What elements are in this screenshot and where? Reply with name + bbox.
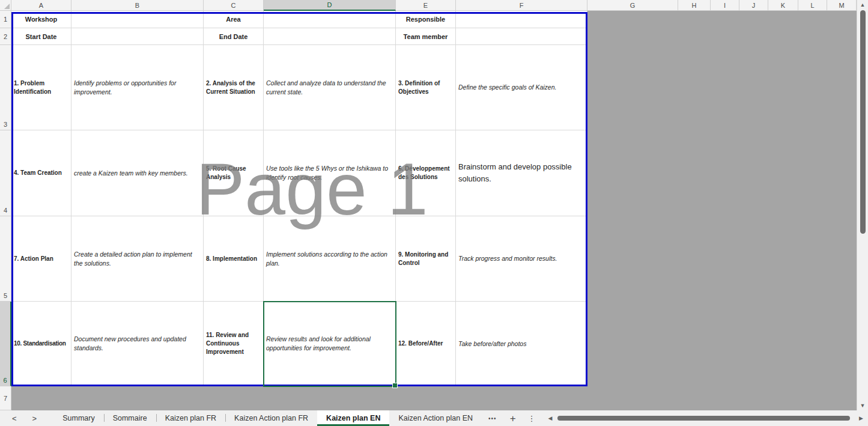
horizontal-scroll-track[interactable] bbox=[556, 415, 855, 421]
cell-D2[interactable] bbox=[264, 28, 396, 45]
column-header-D-selected[interactable]: D bbox=[264, 0, 396, 11]
cell-F5[interactable]: Track progress and monitor results. bbox=[456, 216, 587, 302]
cell-C1[interactable]: Area bbox=[204, 11, 264, 28]
row-header-5[interactable]: 5 bbox=[0, 216, 11, 302]
sheet-tab-summary[interactable]: Summary bbox=[53, 410, 103, 426]
cell-A2[interactable]: Start Date bbox=[11, 28, 71, 45]
row-header-7[interactable]: 7 bbox=[0, 386, 11, 410]
sheet-nav: < > bbox=[12, 410, 37, 426]
cell-E4[interactable]: 6. Développement des Solutions bbox=[396, 130, 456, 216]
more-sheets-icon[interactable]: ••• bbox=[488, 415, 497, 422]
column-header-B[interactable]: B bbox=[71, 0, 204, 11]
horizontal-scroll-thumb[interactable] bbox=[557, 416, 850, 421]
cell-C4[interactable]: 5. Root Cause Analysis bbox=[204, 130, 264, 216]
cell-D1[interactable] bbox=[264, 11, 396, 28]
column-header-L[interactable]: L bbox=[798, 0, 827, 11]
cell-A4[interactable]: 4. Team Creation bbox=[11, 130, 71, 216]
sheet-tab-bar: < > Summary Sommaire Kaizen plan FR Kaiz… bbox=[0, 410, 868, 426]
row-header-1[interactable]: 1 bbox=[0, 11, 11, 28]
column-header-F[interactable]: F bbox=[456, 0, 587, 11]
cell-C6[interactable]: 11. Review and Continuous Improvement bbox=[204, 302, 264, 386]
cell-D4[interactable]: Use tools like the 5 Whys or the Ishikaw… bbox=[264, 130, 396, 216]
vertical-scroll-thumb[interactable] bbox=[860, 10, 866, 234]
row-header-2[interactable]: 2 bbox=[0, 28, 11, 45]
row-header-6-selected[interactable]: 6 bbox=[0, 302, 11, 386]
cell-F6[interactable]: Take before/after photos bbox=[456, 302, 587, 386]
cell-B1[interactable] bbox=[71, 11, 204, 28]
sheet-tab-kaizen-action-plan-fr[interactable]: Kaizen Action plan FR bbox=[225, 410, 317, 426]
column-header-G[interactable]: G bbox=[587, 0, 678, 11]
column-header-E[interactable]: E bbox=[396, 0, 456, 11]
next-sheet-icon[interactable]: > bbox=[32, 414, 37, 423]
cell-D6-selected[interactable]: Review results and look for additional o… bbox=[264, 302, 396, 386]
column-header-J[interactable]: J bbox=[739, 0, 768, 11]
cell-E2[interactable]: Team member bbox=[396, 28, 456, 45]
cell-A3[interactable]: 1. Problem Identification bbox=[11, 45, 71, 130]
horizontal-scrollbar[interactable]: ◀ ▶ bbox=[548, 410, 863, 426]
scroll-left-icon[interactable]: ◀ bbox=[548, 415, 553, 421]
prev-sheet-icon[interactable]: < bbox=[12, 414, 17, 423]
cell-B6[interactable]: Document new procedures and updated stan… bbox=[71, 302, 204, 386]
cell-A6[interactable]: 10. Standardisation bbox=[11, 302, 71, 386]
cell-B5[interactable]: Create a detailed action plan to impleme… bbox=[71, 216, 204, 302]
column-header-H[interactable]: H bbox=[678, 0, 711, 11]
cell-F3[interactable]: Define the specific goals of Kaizen. bbox=[456, 45, 587, 130]
cell-D3[interactable]: Collect and analyze data to understand t… bbox=[264, 45, 396, 130]
select-all-corner[interactable] bbox=[0, 0, 11, 11]
vertical-scrollbar[interactable]: ▲ ▼ bbox=[857, 0, 868, 410]
cell-F2[interactable] bbox=[456, 28, 587, 45]
cell-C5[interactable]: 8. Implementation bbox=[204, 216, 264, 302]
cell-E1[interactable]: Responsible bbox=[396, 11, 456, 28]
cell-F1[interactable] bbox=[456, 11, 587, 28]
select-all-triangle-icon bbox=[4, 4, 10, 9]
cell-E5[interactable]: 9. Monitoring and Control bbox=[396, 216, 456, 302]
sheet-tab-kaizen-plan-en-active[interactable]: Kaizen plan EN bbox=[317, 410, 389, 426]
column-header-C[interactable]: C bbox=[204, 0, 264, 11]
row-header-3[interactable]: 3 bbox=[0, 45, 11, 130]
cell-C3[interactable]: 2. Analysis of the Current Situation bbox=[204, 45, 264, 130]
cell-E6[interactable]: 12. Before/After bbox=[396, 302, 456, 386]
cell-D5[interactable]: Implement solutions according to the act… bbox=[264, 216, 396, 302]
cell-A5[interactable]: 7. Action Plan bbox=[11, 216, 71, 302]
sheet-menu-icon[interactable]: ⋮ bbox=[528, 414, 536, 423]
cells-outside-print-area-right[interactable] bbox=[587, 11, 857, 410]
cell-C2[interactable]: End Date bbox=[204, 28, 264, 45]
scroll-right-icon[interactable]: ▶ bbox=[859, 415, 863, 421]
sheet-tab-kaizen-action-plan-en[interactable]: Kaizen Action plan EN bbox=[389, 410, 482, 426]
sheet-tab-kaizen-plan-fr[interactable]: Kaizen plan FR bbox=[156, 410, 225, 426]
column-header-M[interactable]: M bbox=[827, 0, 857, 11]
sheet-tab-sommaire[interactable]: Sommaire bbox=[104, 410, 156, 426]
scroll-down-icon[interactable]: ▼ bbox=[857, 403, 868, 409]
cell-A1[interactable]: Workshop bbox=[11, 11, 71, 28]
sheet-tabs: Summary Sommaire Kaizen plan FR Kaizen A… bbox=[53, 410, 482, 426]
add-sheet-icon[interactable]: + bbox=[510, 413, 516, 424]
scroll-up-icon[interactable]: ▲ bbox=[857, 2, 868, 8]
cell-B3[interactable]: Identify problems or opportunities for i… bbox=[71, 45, 204, 130]
column-header-I[interactable]: I bbox=[711, 0, 739, 11]
column-header-A[interactable]: A bbox=[11, 0, 71, 11]
cells-outside-print-area-bottom[interactable] bbox=[11, 386, 587, 410]
cell-E3[interactable]: 3. Definition of Objectives bbox=[396, 45, 456, 130]
cell-B4[interactable]: create a Kaizen team with key members. bbox=[71, 130, 204, 216]
cell-B2[interactable] bbox=[71, 28, 204, 45]
cell-F4[interactable]: Brainstorm and develop possible solution… bbox=[456, 130, 587, 216]
column-header-K[interactable]: K bbox=[768, 0, 798, 11]
sheet-tab-controls: ••• + ⋮ bbox=[482, 410, 541, 426]
fill-handle[interactable] bbox=[392, 383, 398, 388]
row-header-4[interactable]: 4 bbox=[0, 130, 11, 216]
